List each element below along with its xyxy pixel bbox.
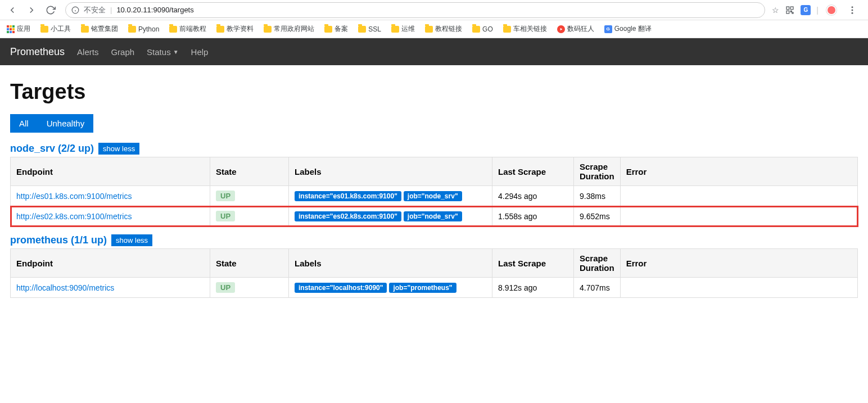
error-cell xyxy=(620,186,857,206)
column-header: State xyxy=(210,157,289,186)
column-header: Error xyxy=(620,157,857,186)
svg-point-8 xyxy=(852,6,853,8)
error-cell xyxy=(620,206,857,227)
endpoint-link[interactable]: http://localhost:9090/metrics xyxy=(16,283,114,292)
forward-button[interactable] xyxy=(24,2,39,18)
address-bar[interactable]: 不安全 | 10.0.20.11:9090/targets xyxy=(65,2,765,18)
svg-rect-7 xyxy=(792,12,793,13)
table-row: http://es01.k8s.com:9100/metricsUPinstan… xyxy=(11,186,858,206)
label-badge: job="node_srv" xyxy=(404,191,462,201)
duration-cell: 9.38ms xyxy=(574,186,621,206)
column-header: Labels xyxy=(289,157,492,186)
job-header: prometheus (1/1 up)show less xyxy=(10,234,858,246)
column-header: Last Scrape xyxy=(492,157,574,186)
bookmark-folder[interactable]: SSL xyxy=(358,25,381,33)
folder-icon xyxy=(472,26,480,33)
endpoint-link[interactable]: http://es01.k8s.com:9100/metrics xyxy=(16,192,132,201)
svg-point-10 xyxy=(852,12,853,13)
column-header: State xyxy=(210,249,289,278)
column-header: Labels xyxy=(289,249,492,278)
bookmark-label: 常用政府网站 xyxy=(274,24,314,34)
folder-icon xyxy=(324,26,332,33)
back-button[interactable] xyxy=(4,2,20,18)
bookmark-folder[interactable]: 铭萱集团 xyxy=(81,24,118,34)
bookmark-folder[interactable]: 小工具 xyxy=(40,24,71,34)
bookmark-folder[interactable]: 运维 xyxy=(391,24,415,34)
profile-avatar[interactable] xyxy=(824,3,839,17)
nav-status[interactable]: Status ▼ xyxy=(147,47,178,57)
show-less-button[interactable]: show less xyxy=(98,143,139,155)
folder-icon xyxy=(216,26,224,33)
folder-icon xyxy=(503,26,511,33)
bookmark-folder[interactable]: 车相关链接 xyxy=(503,24,547,34)
separator: | xyxy=(110,6,112,14)
bookmark-label: 前端教程 xyxy=(179,24,206,34)
folder-icon xyxy=(128,26,136,33)
filter-all-button[interactable]: All xyxy=(10,114,38,133)
job-title-link[interactable]: node_srv (2/2 up) xyxy=(10,143,94,155)
bookmark-folder[interactable]: GO xyxy=(472,25,493,33)
show-less-button[interactable]: show less xyxy=(111,234,152,246)
label-badge: job="node_srv" xyxy=(404,211,462,221)
table-row: http://localhost:9090/metricsUPinstance=… xyxy=(11,278,858,298)
bookmark-folder[interactable]: 教程链接 xyxy=(425,24,462,34)
job-title-link[interactable]: prometheus (1/1 up) xyxy=(10,234,107,246)
filter-unhealthy-button[interactable]: Unhealthy xyxy=(38,114,94,133)
translate-icon[interactable]: G xyxy=(801,5,811,15)
table-row: http://es02.k8s.com:9100/metricsUPinstan… xyxy=(11,206,858,227)
bookmarks-bar: 应用 小工具铭萱集团Python前端教程教学资料常用政府网站备案SSL运维教程链… xyxy=(0,20,868,38)
nav-help[interactable]: Help xyxy=(191,47,209,57)
page-title: Targets xyxy=(10,80,858,104)
translate-small-icon: G xyxy=(604,25,612,33)
qr-icon[interactable] xyxy=(785,5,795,15)
last-scrape-cell: 4.294s ago xyxy=(492,186,574,206)
bookmark-folder[interactable]: 备案 xyxy=(324,24,348,34)
label-badge: instance="es02.k8s.com:9100" xyxy=(295,211,401,221)
page-content: Targets All Unhealthy node_srv (2/2 up)s… xyxy=(0,65,868,323)
bookmark-label: Google 翻译 xyxy=(614,24,652,34)
star-icon[interactable]: ☆ xyxy=(772,6,779,15)
label-badge: job="prometheus" xyxy=(389,283,456,293)
bookmark-label: 备案 xyxy=(334,24,348,34)
column-header: Endpoint xyxy=(11,249,210,278)
last-scrape-cell: 8.912s ago xyxy=(492,278,574,298)
state-badge: UP xyxy=(216,191,235,201)
bookmark-label: 教程链接 xyxy=(435,24,462,34)
bookmark-label: 教学资料 xyxy=(227,24,254,34)
menu-button[interactable] xyxy=(844,2,860,18)
bookmark-folder[interactable]: 常用政府网站 xyxy=(264,24,314,34)
nav-graph[interactable]: Graph xyxy=(111,47,134,57)
svg-rect-4 xyxy=(791,7,794,10)
column-header: Scrape Duration xyxy=(574,157,621,186)
duration-cell: 4.707ms xyxy=(574,278,621,298)
prometheus-navbar: Prometheus Alerts Graph Status ▼ Help xyxy=(0,38,868,65)
folder-icon xyxy=(169,26,177,33)
info-icon xyxy=(71,6,79,14)
column-header: Endpoint xyxy=(11,157,210,186)
svg-rect-5 xyxy=(786,11,789,13)
svg-rect-6 xyxy=(791,11,792,12)
endpoint-link[interactable]: http://es02.k8s.com:9100/metrics xyxy=(16,212,132,221)
bookmark-google-translate[interactable]: G Google 翻译 xyxy=(604,24,652,34)
url-text: 10.0.20.11:9090/targets xyxy=(116,6,193,14)
column-header: Last Scrape xyxy=(492,249,574,278)
brand[interactable]: Prometheus xyxy=(10,46,65,58)
bookmark-label: 数码狂人 xyxy=(567,24,594,34)
targets-table: EndpointStateLabelsLast ScrapeScrape Dur… xyxy=(10,248,858,298)
reload-button[interactable] xyxy=(43,2,58,18)
bookmark-folder[interactable]: 前端教程 xyxy=(169,24,206,34)
svg-point-9 xyxy=(852,9,853,11)
error-cell xyxy=(620,278,857,298)
nav-alerts[interactable]: Alerts xyxy=(77,47,98,57)
bookmark-folder[interactable]: 教学资料 xyxy=(216,24,254,34)
chevron-down-icon: ▼ xyxy=(173,49,179,55)
label-badge: instance="localhost:9090" xyxy=(295,283,387,293)
bookmark-digit-mad[interactable]: 数码狂人 xyxy=(557,24,594,34)
state-badge: UP xyxy=(216,282,235,293)
bookmark-folder[interactable]: Python xyxy=(128,25,159,33)
folder-icon xyxy=(391,26,399,33)
job-header: node_srv (2/2 up)show less xyxy=(10,143,858,155)
bookmark-label: SSL xyxy=(368,25,381,33)
apps-button[interactable]: 应用 xyxy=(7,24,30,34)
targets-table: EndpointStateLabelsLast ScrapeScrape Dur… xyxy=(10,157,858,227)
